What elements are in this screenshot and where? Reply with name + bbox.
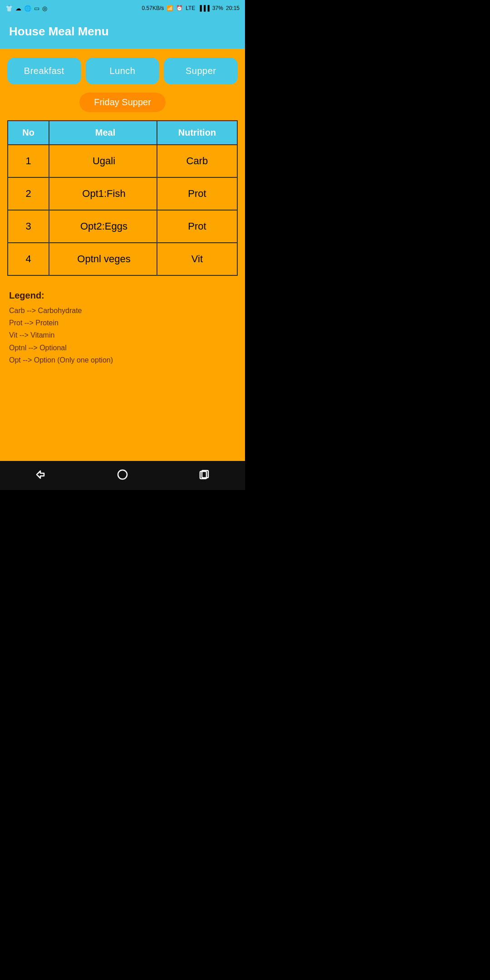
legend-item: Vit --> Vitamin <box>9 329 236 341</box>
day-label-wrapper: Friday Supper <box>7 93 238 112</box>
status-bar: 👕 ☁ 🌐 ▭ ◎ 0.57KB/s 📶 ⏰ LTE ▐▐▐ 37% 20:15 <box>0 0 245 16</box>
col-header-nutrition: Nutrition <box>157 121 237 145</box>
legend-item: Optnl --> Optional <box>9 342 236 354</box>
cell-no: 2 <box>8 177 49 210</box>
target-icon: ◎ <box>42 5 47 12</box>
table-row: 4Optnl vegesVit <box>8 243 237 275</box>
supper-tab[interactable]: Supper <box>164 58 238 84</box>
wifi-icon: 📶 <box>167 5 173 11</box>
cell-no: 3 <box>8 210 49 243</box>
day-label: Friday Supper <box>79 93 166 112</box>
table-body: 1UgaliCarb2Opt1:FishProt3Opt2:EggsProt4O… <box>8 145 237 275</box>
meal-tabs: Breakfast Lunch Supper <box>7 58 238 84</box>
legend-title: Legend: <box>9 290 236 301</box>
bottom-nav <box>0 461 245 490</box>
shirt-icon: 👕 <box>5 5 13 12</box>
screen-icon: ▭ <box>34 5 39 12</box>
globe-icon: 🌐 <box>24 5 31 12</box>
meal-table: No Meal Nutrition 1UgaliCarb2Opt1:FishPr… <box>7 120 238 276</box>
cell-meal: Opt2:Eggs <box>49 210 157 243</box>
app-header: House Meal Menu <box>0 16 245 49</box>
legend-items: Carb --> CarbohydrateProt --> ProteinVit… <box>9 304 236 366</box>
cell-nutrition: Prot <box>157 177 237 210</box>
legend: Legend: Carb --> CarbohydrateProt --> Pr… <box>7 289 238 368</box>
status-left-icons: 👕 ☁ 🌐 ▭ ◎ <box>5 5 47 12</box>
cell-meal: Ugali <box>49 145 157 177</box>
col-header-no: No <box>8 121 49 145</box>
legend-item: Carb --> Carbohydrate <box>9 304 236 317</box>
table-row: 2Opt1:FishProt <box>8 177 237 210</box>
table-row: 3Opt2:EggsProt <box>8 210 237 243</box>
recents-nav-button[interactable] <box>196 466 212 483</box>
cell-no: 4 <box>8 243 49 275</box>
main-content: Breakfast Lunch Supper Friday Supper No … <box>0 49 245 461</box>
col-header-meal: Meal <box>49 121 157 145</box>
status-right-info: 0.57KB/s 📶 ⏰ LTE ▐▐▐ 37% 20:15 <box>142 5 240 11</box>
cell-nutrition: Prot <box>157 210 237 243</box>
back-nav-button[interactable] <box>33 466 49 483</box>
lte-badge: LTE <box>186 5 195 11</box>
legend-item: Opt --> Option (Only one option) <box>9 354 236 366</box>
cell-nutrition: Carb <box>157 145 237 177</box>
cell-meal: Opt1:Fish <box>49 177 157 210</box>
clock: 20:15 <box>226 5 240 11</box>
breakfast-tab[interactable]: Breakfast <box>7 58 81 84</box>
lunch-tab[interactable]: Lunch <box>86 58 160 84</box>
cell-meal: Optnl veges <box>49 243 157 275</box>
home-nav-button[interactable] <box>114 466 131 483</box>
svg-point-0 <box>118 470 127 479</box>
cloud-icon: ☁ <box>15 5 21 12</box>
alarm-icon: ⏰ <box>176 5 183 11</box>
legend-item: Prot --> Protein <box>9 317 236 329</box>
cell-nutrition: Vit <box>157 243 237 275</box>
app-title: House Meal Menu <box>9 24 236 39</box>
speed-indicator: 0.57KB/s <box>142 5 164 11</box>
signal-bars-icon: ▐▐▐ <box>198 5 210 11</box>
cell-no: 1 <box>8 145 49 177</box>
table-row: 1UgaliCarb <box>8 145 237 177</box>
battery-indicator: 37% <box>212 5 223 11</box>
